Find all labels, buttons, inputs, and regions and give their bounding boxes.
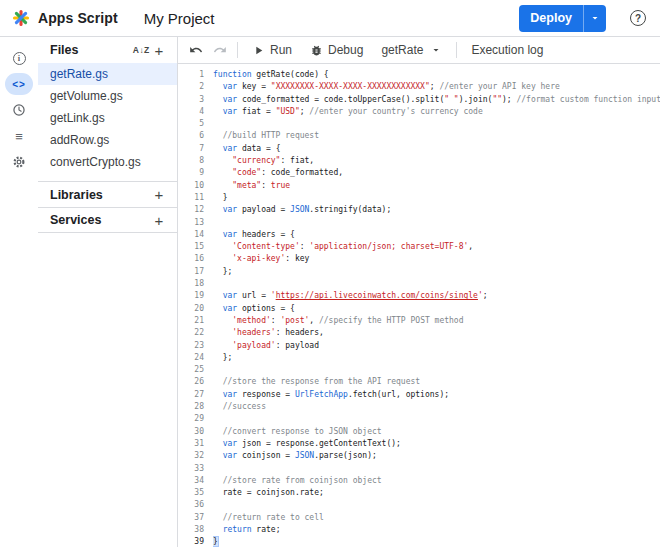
code-line[interactable]: var code_formatted = code.toUpperCase().… — [213, 94, 660, 106]
code-line[interactable]: "code": code_formatted, — [213, 167, 660, 179]
line-number[interactable]: 34 — [178, 475, 204, 487]
code-line[interactable]: return rate; — [213, 524, 660, 536]
nav-executions-icon[interactable]: ≡ — [5, 125, 33, 147]
line-number[interactable]: 16 — [178, 253, 204, 265]
file-item[interactable]: getLink.gs — [38, 107, 177, 129]
code-line[interactable] — [213, 118, 660, 130]
code-line[interactable]: var options = { — [213, 303, 660, 315]
code-line[interactable]: 'Content-type': 'application/json; chars… — [213, 241, 660, 253]
line-number[interactable]: 23 — [178, 340, 204, 352]
nav-editor-icon[interactable]: <> — [5, 73, 33, 95]
code-line[interactable] — [213, 278, 660, 290]
line-number[interactable]: 4 — [178, 106, 204, 118]
line-number[interactable]: 10 — [178, 180, 204, 192]
line-number[interactable]: 18 — [178, 278, 204, 290]
line-number[interactable]: 1 — [178, 69, 204, 81]
line-number[interactable]: 28 — [178, 401, 204, 413]
code-editor[interactable]: 1234567891011121314151617181920212223242… — [178, 64, 660, 547]
code-line[interactable]: var coinjson = JSON.parse(json); — [213, 450, 660, 462]
line-number[interactable]: 36 — [178, 499, 204, 511]
file-item[interactable]: getRate.gs — [38, 63, 177, 85]
code-line[interactable]: var response = UrlFetchApp.fetch(url, op… — [213, 389, 660, 401]
file-item[interactable]: convertCrypto.gs — [38, 151, 177, 173]
sort-files-icon[interactable]: A↓Z — [132, 41, 150, 59]
code-line[interactable]: }; — [213, 352, 660, 364]
line-number[interactable]: 13 — [178, 217, 204, 229]
code-line[interactable]: //store the response from the API reques… — [213, 376, 660, 388]
undo-icon[interactable] — [184, 39, 208, 61]
code-line[interactable] — [213, 217, 660, 229]
project-title[interactable]: My Project — [144, 10, 215, 27]
add-service-icon[interactable]: + — [150, 211, 168, 229]
line-number[interactable]: 14 — [178, 229, 204, 241]
services-section[interactable]: Services + — [38, 207, 177, 233]
code-line[interactable]: } — [213, 536, 660, 547]
line-number[interactable]: 6 — [178, 130, 204, 142]
line-number[interactable]: 17 — [178, 266, 204, 278]
line-number[interactable]: 9 — [178, 167, 204, 179]
code-line[interactable]: "currency": fiat, — [213, 155, 660, 167]
code-line[interactable]: 'x-api-key': key — [213, 253, 660, 265]
code-line[interactable]: function getRate(code) { — [213, 69, 660, 81]
code-line[interactable]: var key = "XXXXXXXX-XXXX-XXXX-XXXXXXXXXX… — [213, 81, 660, 93]
app-name[interactable]: Apps Script — [38, 10, 118, 26]
line-number[interactable]: 20 — [178, 303, 204, 315]
line-number[interactable]: 8 — [178, 155, 204, 167]
deploy-dropdown-caret-icon[interactable] — [583, 5, 606, 32]
line-number[interactable]: 24 — [178, 352, 204, 364]
code-line[interactable]: } — [213, 192, 660, 204]
code-line[interactable]: 'method': 'post', //specify the HTTP POS… — [213, 315, 660, 327]
deploy-button[interactable]: Deploy — [519, 5, 606, 32]
code-line[interactable]: }; — [213, 266, 660, 278]
code-line[interactable] — [213, 463, 660, 475]
help-icon[interactable]: ? — [630, 10, 646, 26]
apps-script-logo-icon[interactable] — [12, 9, 30, 27]
line-number[interactable]: 22 — [178, 327, 204, 339]
redo-icon[interactable] — [208, 39, 232, 61]
line-number[interactable]: 29 — [178, 413, 204, 425]
line-number[interactable]: 19 — [178, 290, 204, 302]
run-button[interactable]: Run — [243, 40, 301, 60]
editor-gutter[interactable]: 1234567891011121314151617181920212223242… — [178, 69, 204, 547]
line-number[interactable]: 30 — [178, 426, 204, 438]
execution-log-button[interactable]: Execution log — [462, 40, 552, 60]
line-number[interactable]: 3 — [178, 94, 204, 106]
line-number[interactable]: 2 — [178, 81, 204, 93]
code-line[interactable]: rate = coinjson.rate; — [213, 487, 660, 499]
code-line[interactable] — [213, 499, 660, 511]
add-library-icon[interactable]: + — [150, 186, 168, 204]
add-file-icon[interactable]: + — [150, 41, 168, 59]
line-number[interactable]: 32 — [178, 450, 204, 462]
line-number[interactable]: 25 — [178, 364, 204, 376]
line-number[interactable]: 38 — [178, 524, 204, 536]
nav-triggers-icon[interactable] — [5, 99, 33, 121]
nav-settings-icon[interactable] — [5, 151, 33, 173]
code-line[interactable]: "meta": true — [213, 180, 660, 192]
code-line[interactable]: var data = { — [213, 143, 660, 155]
code-line[interactable]: var headers = { — [213, 229, 660, 241]
line-number[interactable]: 15 — [178, 241, 204, 253]
code-line[interactable]: //success — [213, 401, 660, 413]
line-number[interactable]: 35 — [178, 487, 204, 499]
code-line[interactable]: 'headers': headers, — [213, 327, 660, 339]
line-number[interactable]: 33 — [178, 463, 204, 475]
line-number[interactable]: 21 — [178, 315, 204, 327]
code-line[interactable]: var payload = JSON.stringify(data); — [213, 204, 660, 216]
line-number[interactable]: 26 — [178, 376, 204, 388]
file-item[interactable]: getVolume.gs — [38, 85, 177, 107]
code-line[interactable]: var url = 'https://api.livecoinwatch.com… — [213, 290, 660, 302]
editor-code[interactable]: function getRate(code) { var key = "XXXX… — [213, 69, 660, 547]
code-line[interactable]: 'payload': payload — [213, 340, 660, 352]
code-line[interactable]: //build HTTP request — [213, 130, 660, 142]
code-line[interactable] — [213, 364, 660, 376]
code-line[interactable]: //return rate to cell — [213, 512, 660, 524]
line-number[interactable]: 7 — [178, 143, 204, 155]
line-number[interactable]: 11 — [178, 192, 204, 204]
code-line[interactable]: //convert response to JSON object — [213, 426, 660, 438]
function-selector[interactable]: getRate — [372, 40, 451, 60]
code-line[interactable]: //store rate from coinjson object — [213, 475, 660, 487]
line-number[interactable]: 31 — [178, 438, 204, 450]
code-line[interactable]: var json = response.getContentText(); — [213, 438, 660, 450]
debug-button[interactable]: Debug — [301, 40, 372, 60]
code-line[interactable] — [213, 413, 660, 425]
